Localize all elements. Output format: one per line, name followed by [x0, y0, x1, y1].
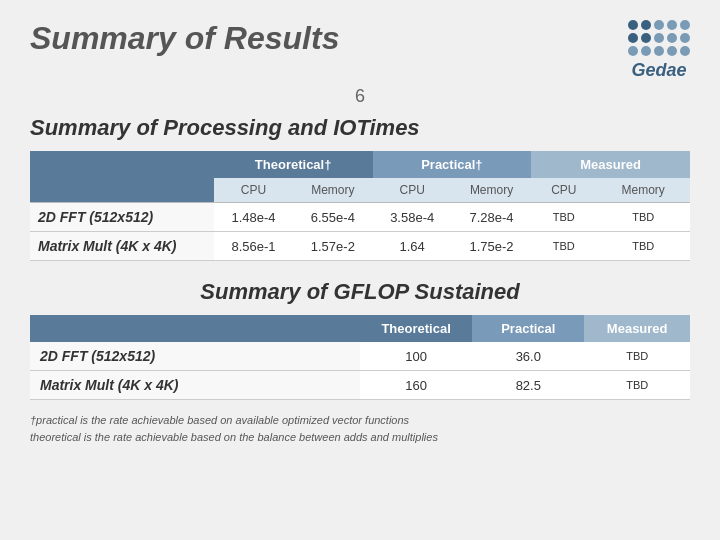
section2-title: Summary of GFLOP Sustained	[30, 279, 690, 305]
footnote-line2: theoretical is the rate achievable based…	[30, 429, 690, 446]
table1-sub-cpu2: CPU	[373, 178, 452, 203]
slide-number: 6	[30, 86, 690, 107]
table-row: Matrix Mult (4K x 4K) 160 82.5 TBD	[30, 371, 690, 400]
table1-theoretical-header: Theoretical†	[214, 151, 373, 178]
table1-row2-v6: TBD	[596, 232, 690, 261]
table2-row2-v2: 82.5	[472, 371, 584, 400]
table2: Theoretical Practical Measured 2D FFT (5…	[30, 315, 690, 400]
table1-measured-header: Measured	[531, 151, 690, 178]
table2-row2-label: Matrix Mult (4K x 4K)	[30, 371, 360, 400]
dot	[641, 46, 651, 56]
table1-row2-v4: 1.75e-2	[452, 232, 531, 261]
table1-row1-v4: 7.28e-4	[452, 203, 531, 232]
table-row: 2D FFT (512x512) 1.48e-4 6.55e-4 3.58e-4…	[30, 203, 690, 232]
dot	[628, 33, 638, 43]
table1-sub-cpu3: CPU	[531, 178, 596, 203]
table2-row1-v1: 100	[360, 342, 472, 371]
slide: Summary of Results	[0, 0, 720, 540]
table1-row1-v2: 6.55e-4	[293, 203, 372, 232]
table1-row2-v3: 1.64	[373, 232, 452, 261]
table2-theoretical-header: Theoretical	[360, 315, 472, 342]
table1-sub-mem3: Memory	[596, 178, 690, 203]
table1-practical-header: Practical†	[373, 151, 532, 178]
footnote: †practical is the rate achievable based …	[30, 412, 690, 445]
table-row: Matrix Mult (4K x 4K) 8.56e-1 1.57e-2 1.…	[30, 232, 690, 261]
logo-area: Gedae	[628, 20, 690, 81]
dot	[667, 46, 677, 56]
table1-row1-v5: TBD	[531, 203, 596, 232]
dot	[628, 46, 638, 56]
logo-dots	[628, 20, 690, 56]
table1-sub-mem1: Memory	[293, 178, 372, 203]
table1-header-row1: Theoretical† Practical† Measured	[30, 151, 690, 178]
table2-practical-header: Practical	[472, 315, 584, 342]
table2-row2-v3: TBD	[584, 371, 690, 400]
table1-row2-v1: 8.56e-1	[214, 232, 293, 261]
dot	[654, 20, 664, 30]
table2-header-row: Theoretical Practical Measured	[30, 315, 690, 342]
dot	[641, 33, 651, 43]
table1-sub-cpu1: CPU	[214, 178, 293, 203]
dot	[628, 20, 638, 30]
logo-text: Gedae	[631, 60, 686, 81]
dot	[680, 46, 690, 56]
table1-row2-label: Matrix Mult (4K x 4K)	[30, 232, 214, 261]
dot	[680, 33, 690, 43]
slide-title: Summary of Results	[30, 20, 339, 57]
table-row: 2D FFT (512x512) 100 36.0 TBD	[30, 342, 690, 371]
table1-sub-mem2: Memory	[452, 178, 531, 203]
footnote-line1: †practical is the rate achievable based …	[30, 412, 690, 429]
dot	[667, 20, 677, 30]
table2-measured-header: Measured	[584, 315, 690, 342]
table1-row2-v5: TBD	[531, 232, 596, 261]
section1-title: Summary of Processing and IOTimes	[30, 115, 690, 141]
table1-sub-empty	[30, 178, 214, 203]
table2-row1-v3: TBD	[584, 342, 690, 371]
table1-header-row2: CPU Memory CPU Memory CPU Memory	[30, 178, 690, 203]
table1: Theoretical† Practical† Measured CPU Mem…	[30, 151, 690, 261]
table1-row1-v3: 3.58e-4	[373, 203, 452, 232]
slide-header: Summary of Results	[30, 20, 690, 81]
table1-row2-v2: 1.57e-2	[293, 232, 372, 261]
dot	[667, 33, 677, 43]
dot	[654, 46, 664, 56]
table2-row2-v1: 160	[360, 371, 472, 400]
dot	[680, 20, 690, 30]
table2-row1-v2: 36.0	[472, 342, 584, 371]
table2-empty-header	[30, 315, 360, 342]
table1-row1-label: 2D FFT (512x512)	[30, 203, 214, 232]
table1-empty-header	[30, 151, 214, 178]
table1-row1-v1: 1.48e-4	[214, 203, 293, 232]
dot	[654, 33, 664, 43]
table2-row1-label: 2D FFT (512x512)	[30, 342, 360, 371]
table1-row1-v6: TBD	[596, 203, 690, 232]
dot	[641, 20, 651, 30]
